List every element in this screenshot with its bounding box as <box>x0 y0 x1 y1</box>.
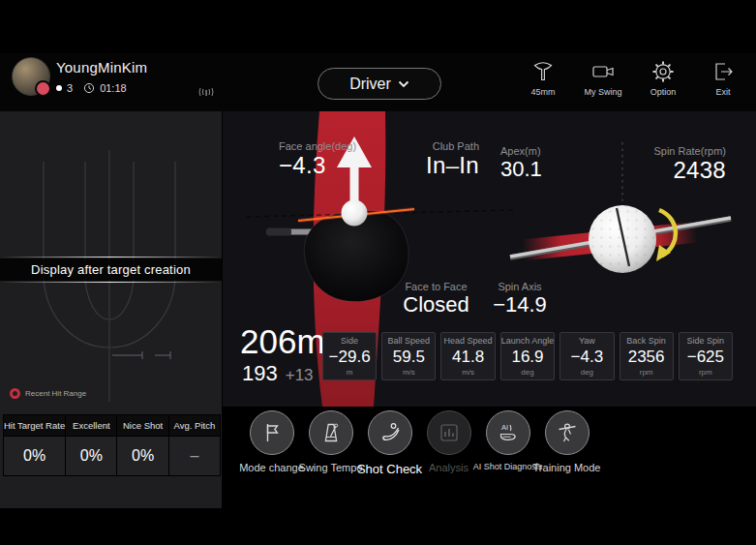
summary-value: 0% <box>117 437 167 475</box>
target-banner-text: Display after target creation <box>31 262 191 277</box>
avatar <box>12 57 50 96</box>
stat-side-spin: Side Spin−625rpm <box>679 332 733 380</box>
summary-value: 0% <box>66 437 116 475</box>
golf-simulator-screen: YoungMinKim 3 01:18 Driver 45mm <box>0 0 756 545</box>
summary-table: Hit Target Rate Excellent Nice Shot Avg.… <box>3 414 221 476</box>
club-path-value: In–In <box>402 152 479 179</box>
spin-visualization <box>510 205 731 273</box>
signal-icon <box>197 85 216 99</box>
target-banner: Display after target creation <box>0 258 222 281</box>
shot-stats-row: Side−29.6m Ball Speed59.5m/s Head Speed4… <box>322 332 733 380</box>
club-path-block: Club Path In–In <box>402 140 479 179</box>
recent-hit-range-legend: Recent Hit Range <box>10 388 86 399</box>
stat-launch-angle: Launch Angle16.9deg <box>500 332 556 380</box>
swing-person-icon <box>556 421 579 444</box>
analysis-label: Analysis <box>429 462 469 473</box>
golf-ball-small <box>342 200 368 227</box>
training-mode-button[interactable]: Training Mode <box>537 410 596 498</box>
summary-value: – <box>169 437 220 475</box>
header-bar: YoungMinKim 3 01:18 Driver 45mm <box>0 53 756 111</box>
apex-label: Apex(m) <box>500 145 542 157</box>
exit-icon <box>711 59 736 84</box>
shot-check-label: Shot Check <box>357 462 422 476</box>
club-selector-label: Driver <box>349 76 391 93</box>
spin-axis-block: Spin Axis −14.9 <box>476 281 563 318</box>
mode-change-label: Mode change <box>239 462 304 473</box>
total-distance: 206m <box>240 324 325 358</box>
summary-header: Avg. Pitch <box>169 415 220 436</box>
stat-ball-speed: Ball Speed59.5m/s <box>381 332 436 380</box>
summary-header: Excellent <box>66 415 116 436</box>
training-mode-label: Training Mode <box>533 462 601 473</box>
gear-icon <box>650 59 676 84</box>
club-path-label: Club Path <box>402 140 479 152</box>
ai-shot-diagnosis-label: AI Shot Diagnosis <box>473 462 543 471</box>
spin-axis-value: −14.9 <box>476 292 563 318</box>
face-to-face-block: Face to Face Closed <box>390 281 482 318</box>
header-actions: 45mm My Swing Option <box>520 59 746 97</box>
chart-icon <box>438 421 461 444</box>
face-angle-value: −4.3 <box>279 152 356 179</box>
target-ring-icon <box>10 388 20 399</box>
summary-header: Nice Shot <box>117 415 167 436</box>
exit-button[interactable]: Exit <box>700 59 746 97</box>
spin-axis-label: Spin Axis <box>476 281 563 292</box>
session-time: 01:18 <box>100 82 127 94</box>
svg-text:AI: AI <box>501 423 508 432</box>
face-angle-label: Face angle(deg) <box>279 140 356 152</box>
face-angle-block: Face angle(deg) −4.3 <box>279 140 356 179</box>
spin-rate-value: 2438 <box>610 157 726 184</box>
avatar-status-badge <box>35 80 51 97</box>
option-label: Option <box>650 87 677 97</box>
spin-rate-label: Spin Rate(rpm) <box>610 145 726 157</box>
carry-distance-row: 193+13 <box>242 361 314 386</box>
summary-value: 0% <box>4 437 65 475</box>
user-name: YoungMinKim <box>56 59 147 76</box>
clock-icon <box>83 82 95 94</box>
tee-height-label: 45mm <box>530 87 555 97</box>
carry-distance: 193 <box>242 361 278 385</box>
club-selector-button[interactable]: Driver <box>318 68 441 100</box>
option-button[interactable]: Option <box>640 59 686 97</box>
analysis-button[interactable]: Analysis <box>419 410 478 498</box>
summary-header: Hit Target Rate <box>4 415 65 436</box>
tee-icon <box>531 59 555 84</box>
my-swing-button[interactable]: My Swing <box>580 59 626 97</box>
recent-hit-range-label: Recent Hit Range <box>25 389 86 398</box>
swing-tempo-label: Swing Tempo <box>299 462 363 473</box>
face-to-face-value: Closed <box>390 292 482 318</box>
target-range-panel: Display after target creation Recent Hit… <box>0 111 222 508</box>
shot-data-panel: Face angle(deg) −4.3 Club Path In–In Ape… <box>223 111 756 407</box>
club-ball-icon <box>378 421 402 444</box>
chevron-down-icon <box>398 80 409 88</box>
metronome-icon <box>319 421 343 444</box>
tee-height-button[interactable]: 45mm <box>520 59 566 97</box>
swing-tempo-button[interactable]: Swing Tempo <box>301 410 360 498</box>
stat-side: Side−29.6m <box>322 332 377 380</box>
apex-block: Apex(m) 30.1 <box>500 145 542 182</box>
ai-shot-diagnosis-button[interactable]: AI AI Shot Diagnosis <box>478 410 537 498</box>
apex-value: 30.1 <box>500 157 542 182</box>
stat-back-spin: Back Spin2356rpm <box>620 332 674 380</box>
run-distance: +13 <box>286 366 314 384</box>
ai-club-icon: AI <box>497 421 520 444</box>
exit-label: Exit <box>715 87 730 97</box>
shot-check-button[interactable]: Shot Check <box>360 410 419 498</box>
face-to-face-label: Face to Face <box>390 281 482 292</box>
spin-rate-block: Spin Rate(rpm) 2438 <box>610 145 726 184</box>
mode-change-button[interactable]: Mode change <box>242 410 301 498</box>
my-swing-label: My Swing <box>584 87 621 97</box>
bottom-toolbar: Mode change Swing Tempo Shot Check <box>223 410 756 498</box>
shot-count-icon <box>56 85 62 91</box>
flag-icon <box>260 421 284 444</box>
stat-yaw: Yaw−4.3deg <box>559 332 614 380</box>
shot-count: 3 <box>67 82 73 94</box>
stat-head-speed: Head Speed41.8m/s <box>440 332 495 380</box>
user-session-info: 3 01:18 <box>56 82 127 94</box>
camera-icon <box>590 59 616 84</box>
